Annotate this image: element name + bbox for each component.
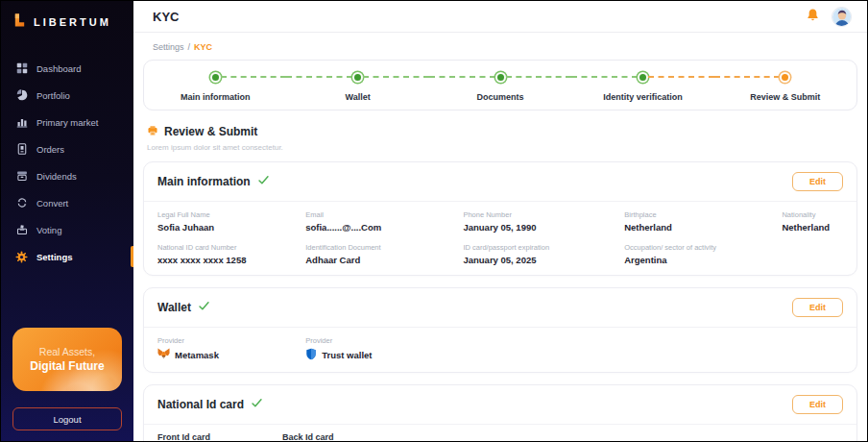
sidebar-item-voting[interactable]: Voting: [1, 216, 133, 243]
sidebar-item-label: Dividends: [36, 171, 77, 182]
step-dot-done: [212, 74, 219, 81]
card-title: National Id card: [157, 398, 244, 411]
step-wallet[interactable]: Wallet: [286, 70, 428, 102]
front-id-label: Front Id card: [157, 432, 282, 442]
sidebar-item-label: Voting: [36, 225, 61, 235]
sidebar-item-primary-market[interactable]: Primary market: [1, 109, 133, 135]
step-label: Main information: [181, 92, 251, 102]
check-icon: [251, 396, 263, 413]
back-id-label: Back Id card: [282, 432, 407, 442]
step-label: Wallet: [346, 92, 371, 102]
main-panel: KYC Settings / KYC Main information: [133, 1, 867, 441]
notifications-bell-button[interactable]: [806, 8, 820, 25]
portfolio-icon: [15, 89, 28, 102]
sidebar-nav: Dashboard Portfolio Primary market Order…: [1, 55, 133, 270]
section-subtitle: Lorem ipsum dolor sit amet consectetur.: [147, 143, 854, 152]
page-title: KYC: [153, 10, 179, 24]
sidebar-item-dividends[interactable]: Dividends: [1, 162, 133, 189]
edit-national-id-button[interactable]: Edit: [792, 395, 843, 414]
metamask-icon: [157, 348, 170, 361]
field-provider-trust-wallet: Provider Trust wallet: [305, 336, 843, 362]
step-documents[interactable]: Documents: [429, 70, 571, 102]
check-icon: [257, 173, 270, 190]
step-review-submit[interactable]: Review & Submit: [714, 70, 856, 102]
logo-text: LIBERTUM: [34, 16, 111, 28]
bell-icon: [806, 8, 820, 25]
orders-icon: [15, 143, 28, 156]
wallet-card: Wallet Edit Provider Metamask Provider: [143, 287, 857, 373]
field-occupation: Occupation/ sector of activity Argentina: [624, 243, 782, 265]
card-title: Main information: [157, 175, 251, 188]
section-title: Review & Submit: [164, 125, 257, 138]
voting-icon: [15, 224, 28, 236]
breadcrumb-parent[interactable]: Settings: [153, 42, 184, 52]
field-phone-number: Phone Number January 05, 1990: [463, 210, 624, 233]
dividends-icon: [15, 170, 28, 183]
promo-line1: Real Assets,: [39, 346, 95, 357]
field-birthplace: Birthplace Netherland: [624, 210, 782, 233]
kyc-stepper: Main information Wallet Documents Identi…: [143, 60, 857, 110]
step-label: Identity verification: [603, 92, 683, 102]
step-dot-done: [639, 74, 646, 81]
promo-line2: Digital Future: [30, 359, 104, 373]
app-logo[interactable]: LIBERTUM: [1, 1, 133, 41]
sidebar-item-label: Settings: [36, 252, 72, 262]
sidebar-item-portfolio[interactable]: Portfolio: [1, 82, 133, 109]
main-information-card: Main information Edit Legal Full Name So…: [143, 161, 857, 276]
content-area: Main information Wallet Documents Identi…: [133, 60, 867, 442]
promo-banner: Real Assets, Digital Future: [12, 328, 122, 391]
sidebar-item-label: Portfolio: [36, 90, 70, 101]
check-icon: [198, 299, 210, 316]
sidebar-item-label: Orders: [36, 144, 64, 155]
primary-market-icon: [15, 116, 28, 129]
libertum-logo-icon: [12, 12, 27, 32]
field-legal-full-name: Legal Full Name Sofia Juhaan: [157, 210, 305, 233]
national-id-card: National Id card Edit Front Id card Back…: [143, 384, 857, 442]
breadcrumb: Settings / KYC: [133, 33, 867, 60]
step-label: Review & Submit: [750, 92, 820, 102]
breadcrumb-current: KYC: [194, 42, 212, 52]
edit-wallet-button[interactable]: Edit: [792, 298, 843, 317]
dashboard-icon: [15, 62, 28, 75]
step-main-information[interactable]: Main information: [144, 70, 286, 102]
sidebar-item-dashboard[interactable]: Dashboard: [1, 55, 133, 82]
user-avatar[interactable]: [832, 7, 852, 27]
settings-icon: [15, 251, 28, 263]
section-header: Review & Submit: [147, 123, 854, 140]
sidebar-item-convert[interactable]: Convert: [1, 189, 133, 216]
card-title: Wallet: [157, 301, 191, 314]
field-nationality: Nationality Netherland: [782, 210, 843, 233]
step-dot-done: [354, 74, 361, 81]
field-provider-metamask: Provider Metamask: [157, 336, 305, 362]
topbar: KYC: [133, 1, 867, 33]
sidebar-item-label: Convert: [36, 198, 68, 209]
convert-icon: [15, 197, 28, 209]
sidebar-item-label: Dashboard: [36, 63, 81, 74]
sidebar-item-settings[interactable]: Settings: [1, 243, 133, 270]
step-dot-current: [782, 74, 788, 81]
sidebar-item-label: Primary market: [36, 117, 98, 128]
edit-main-information-button[interactable]: Edit: [792, 172, 843, 191]
field-national-id-number: National ID card Number xxxx xxxx xxxx 1…: [157, 243, 305, 265]
sidebar-item-orders[interactable]: Orders: [1, 135, 133, 162]
review-submit-icon: [147, 123, 158, 140]
field-id-expiration: ID card/passport expiration January 05, …: [463, 243, 624, 265]
step-dot-done: [497, 74, 504, 81]
trust-wallet-icon: [305, 348, 317, 362]
breadcrumb-separator: /: [188, 42, 191, 52]
sidebar: LIBERTUM Dashboard Portfolio Primary mar…: [1, 1, 133, 441]
field-identification-document: Identification Document Adhaar Card: [305, 243, 463, 265]
kyc-app-window: LIBERTUM Dashboard Portfolio Primary mar…: [0, 0, 868, 442]
field-email: Email sofia......@....Com: [305, 210, 463, 233]
logout-button[interactable]: Logout: [12, 407, 122, 430]
step-identity-verification[interactable]: Identity verification: [571, 70, 713, 102]
step-label: Documents: [477, 92, 524, 102]
